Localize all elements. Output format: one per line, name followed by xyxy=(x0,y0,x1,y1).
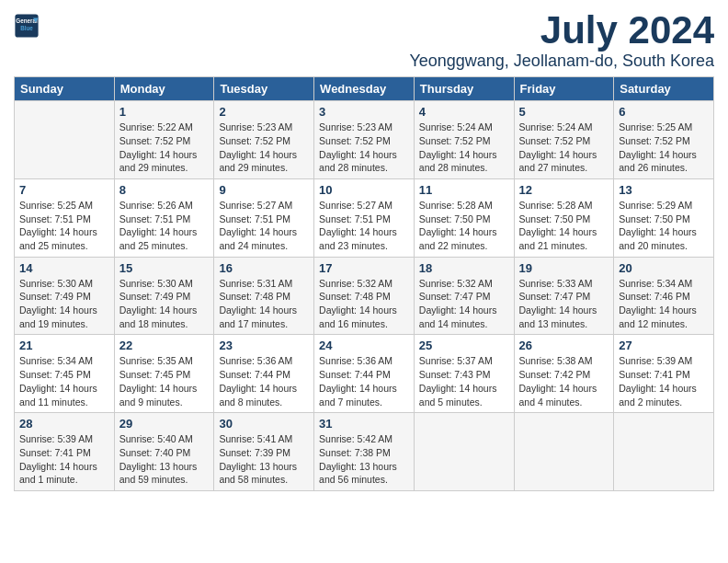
weekday-header-thursday: Thursday xyxy=(414,77,514,101)
day-number: 19 xyxy=(519,261,609,275)
calendar-week-row: 7Sunrise: 5:25 AMSunset: 7:51 PMDaylight… xyxy=(15,178,714,257)
day-number: 9 xyxy=(219,183,309,197)
day-number: 22 xyxy=(119,339,210,352)
calendar-cell: 18Sunrise: 5:32 AMSunset: 7:47 PMDayligh… xyxy=(414,257,514,335)
calendar-table: SundayMondayTuesdayWednesdayThursdayFrid… xyxy=(14,76,714,491)
logo-icon: General Blue xyxy=(14,13,40,39)
day-info: Sunrise: 5:36 AMSunset: 7:44 PMDaylight:… xyxy=(219,354,309,408)
calendar-cell xyxy=(614,413,714,491)
day-number: 18 xyxy=(419,261,509,275)
calendar-cell: 21Sunrise: 5:34 AMSunset: 7:45 PMDayligh… xyxy=(15,335,115,413)
calendar-cell: 4Sunrise: 5:24 AMSunset: 7:52 PMDaylight… xyxy=(414,101,514,179)
calendar-cell: 14Sunrise: 5:30 AMSunset: 7:49 PMDayligh… xyxy=(15,257,115,335)
calendar-cell: 27Sunrise: 5:39 AMSunset: 7:41 PMDayligh… xyxy=(614,335,714,413)
day-info: Sunrise: 5:36 AMSunset: 7:44 PMDaylight:… xyxy=(319,354,409,408)
calendar-cell: 12Sunrise: 5:28 AMSunset: 7:50 PMDayligh… xyxy=(514,178,614,257)
day-number: 24 xyxy=(319,339,409,352)
day-number: 6 xyxy=(619,105,709,119)
calendar-cell: 2Sunrise: 5:23 AMSunset: 7:52 PMDaylight… xyxy=(214,101,314,179)
day-number: 7 xyxy=(19,183,109,197)
day-number: 3 xyxy=(319,105,409,119)
day-number: 23 xyxy=(219,339,309,352)
logo: General Blue xyxy=(14,13,41,39)
calendar-cell: 30Sunrise: 5:41 AMSunset: 7:39 PMDayligh… xyxy=(214,413,314,491)
calendar-cell: 1Sunrise: 5:22 AMSunset: 7:52 PMDaylight… xyxy=(114,101,214,179)
weekday-header-tuesday: Tuesday xyxy=(214,77,314,101)
day-number: 17 xyxy=(319,261,409,275)
calendar-week-row: 14Sunrise: 5:30 AMSunset: 7:49 PMDayligh… xyxy=(15,257,714,335)
calendar-cell: 13Sunrise: 5:29 AMSunset: 7:50 PMDayligh… xyxy=(614,178,714,257)
day-number: 26 xyxy=(519,339,609,352)
weekday-header-monday: Monday xyxy=(114,77,214,101)
day-number: 10 xyxy=(319,183,409,197)
day-number: 31 xyxy=(319,417,409,431)
header: General Blue July 2024 Yeonggwang, Jeoll… xyxy=(14,9,714,71)
calendar-cell: 11Sunrise: 5:28 AMSunset: 7:50 PMDayligh… xyxy=(414,178,514,257)
weekday-header-sunday: Sunday xyxy=(15,77,115,101)
calendar-cell: 17Sunrise: 5:32 AMSunset: 7:48 PMDayligh… xyxy=(314,257,415,335)
day-info: Sunrise: 5:25 AMSunset: 7:51 PMDaylight:… xyxy=(19,199,109,253)
day-number: 25 xyxy=(419,339,509,352)
day-number: 8 xyxy=(119,183,210,197)
day-info: Sunrise: 5:30 AMSunset: 7:49 PMDaylight:… xyxy=(119,277,210,331)
calendar-cell: 26Sunrise: 5:38 AMSunset: 7:42 PMDayligh… xyxy=(514,335,614,413)
svg-text:Blue: Blue xyxy=(20,25,33,31)
calendar-cell: 16Sunrise: 5:31 AMSunset: 7:48 PMDayligh… xyxy=(214,257,314,335)
day-info: Sunrise: 5:37 AMSunset: 7:43 PMDaylight:… xyxy=(419,354,509,408)
day-number: 5 xyxy=(519,105,609,119)
day-info: Sunrise: 5:34 AMSunset: 7:45 PMDaylight:… xyxy=(19,354,109,408)
day-info: Sunrise: 5:41 AMSunset: 7:39 PMDaylight:… xyxy=(219,432,309,487)
day-info: Sunrise: 5:34 AMSunset: 7:46 PMDaylight:… xyxy=(619,277,709,331)
day-info: Sunrise: 5:39 AMSunset: 7:41 PMDaylight:… xyxy=(19,432,109,487)
day-number: 21 xyxy=(19,339,109,352)
day-info: Sunrise: 5:27 AMSunset: 7:51 PMDaylight:… xyxy=(219,199,309,253)
day-info: Sunrise: 5:31 AMSunset: 7:48 PMDaylight:… xyxy=(219,277,309,331)
calendar-week-row: 1Sunrise: 5:22 AMSunset: 7:52 PMDaylight… xyxy=(15,101,714,179)
calendar-cell xyxy=(15,101,115,179)
day-info: Sunrise: 5:38 AMSunset: 7:42 PMDaylight:… xyxy=(519,354,609,408)
day-number: 11 xyxy=(419,183,509,197)
calendar-cell: 29Sunrise: 5:40 AMSunset: 7:40 PMDayligh… xyxy=(114,413,214,491)
weekday-header-friday: Friday xyxy=(514,77,614,101)
calendar-cell: 23Sunrise: 5:36 AMSunset: 7:44 PMDayligh… xyxy=(214,335,314,413)
day-number: 12 xyxy=(519,183,609,197)
day-number: 2 xyxy=(219,105,309,119)
calendar-cell: 15Sunrise: 5:30 AMSunset: 7:49 PMDayligh… xyxy=(114,257,214,335)
day-info: Sunrise: 5:40 AMSunset: 7:40 PMDaylight:… xyxy=(119,432,210,487)
calendar-week-row: 21Sunrise: 5:34 AMSunset: 7:45 PMDayligh… xyxy=(15,335,714,413)
day-info: Sunrise: 5:24 AMSunset: 7:52 PMDaylight:… xyxy=(519,121,609,175)
day-number: 27 xyxy=(619,339,709,352)
day-info: Sunrise: 5:42 AMSunset: 7:38 PMDaylight:… xyxy=(319,432,409,487)
day-number: 16 xyxy=(219,261,309,275)
calendar-cell: 3Sunrise: 5:23 AMSunset: 7:52 PMDaylight… xyxy=(314,101,415,179)
calendar-cell xyxy=(414,413,514,491)
day-info: Sunrise: 5:23 AMSunset: 7:52 PMDaylight:… xyxy=(319,121,409,175)
calendar-cell: 31Sunrise: 5:42 AMSunset: 7:38 PMDayligh… xyxy=(314,413,415,491)
calendar-cell: 6Sunrise: 5:25 AMSunset: 7:52 PMDaylight… xyxy=(614,101,714,179)
title-area: July 2024 Yeonggwang, Jeollanam-do, Sout… xyxy=(409,9,714,71)
day-info: Sunrise: 5:28 AMSunset: 7:50 PMDaylight:… xyxy=(419,199,509,253)
month-title: July 2024 xyxy=(409,9,714,52)
day-number: 4 xyxy=(419,105,509,119)
calendar-cell xyxy=(514,413,614,491)
calendar-cell: 19Sunrise: 5:33 AMSunset: 7:47 PMDayligh… xyxy=(514,257,614,335)
day-number: 29 xyxy=(119,417,210,431)
day-info: Sunrise: 5:35 AMSunset: 7:45 PMDaylight:… xyxy=(119,354,210,408)
calendar-cell: 9Sunrise: 5:27 AMSunset: 7:51 PMDaylight… xyxy=(214,178,314,257)
calendar-cell: 28Sunrise: 5:39 AMSunset: 7:41 PMDayligh… xyxy=(15,413,115,491)
day-info: Sunrise: 5:39 AMSunset: 7:41 PMDaylight:… xyxy=(619,354,709,408)
location-title: Yeonggwang, Jeollanam-do, South Korea xyxy=(409,52,714,71)
day-number: 1 xyxy=(119,105,210,119)
day-info: Sunrise: 5:30 AMSunset: 7:49 PMDaylight:… xyxy=(19,277,109,331)
day-number: 15 xyxy=(119,261,210,275)
calendar-cell: 24Sunrise: 5:36 AMSunset: 7:44 PMDayligh… xyxy=(314,335,415,413)
calendar-header-row: SundayMondayTuesdayWednesdayThursdayFrid… xyxy=(15,77,714,101)
day-info: Sunrise: 5:29 AMSunset: 7:50 PMDaylight:… xyxy=(619,199,709,253)
calendar-cell: 22Sunrise: 5:35 AMSunset: 7:45 PMDayligh… xyxy=(114,335,214,413)
day-info: Sunrise: 5:22 AMSunset: 7:52 PMDaylight:… xyxy=(119,121,210,175)
calendar-cell: 5Sunrise: 5:24 AMSunset: 7:52 PMDaylight… xyxy=(514,101,614,179)
calendar-cell: 25Sunrise: 5:37 AMSunset: 7:43 PMDayligh… xyxy=(414,335,514,413)
day-info: Sunrise: 5:24 AMSunset: 7:52 PMDaylight:… xyxy=(419,121,509,175)
day-info: Sunrise: 5:25 AMSunset: 7:52 PMDaylight:… xyxy=(619,121,709,175)
calendar-body: 1Sunrise: 5:22 AMSunset: 7:52 PMDaylight… xyxy=(15,101,714,491)
